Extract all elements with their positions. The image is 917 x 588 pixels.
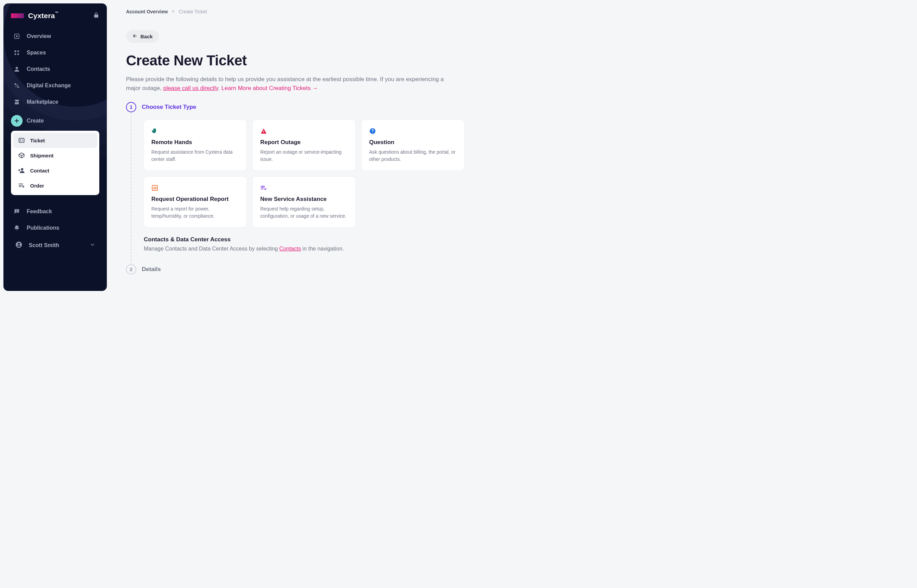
step-1-body: Remote Hands Request assistance from Cyx…	[131, 112, 458, 264]
svg-point-13	[21, 168, 23, 170]
brand-name: Cyxtera™	[28, 11, 58, 20]
sidebar-item-digital-exchange[interactable]: Digital Exchange	[7, 78, 104, 94]
svg-rect-2	[15, 50, 16, 52]
brand-row: Cyxtera™	[3, 10, 107, 27]
svg-rect-9	[19, 138, 24, 142]
user-menu[interactable]: Scott Smith	[7, 236, 104, 255]
sidebar-item-label: Contacts	[27, 66, 50, 72]
card-report-outage[interactable]: Report Outage Report an outage or servic…	[253, 120, 356, 170]
sidebar-item-label: Publications	[27, 225, 59, 231]
sidebar-item-feedback[interactable]: Feedback	[7, 203, 104, 220]
back-button-label: Back	[141, 34, 153, 39]
sidebar-item-overview[interactable]: Overview	[7, 28, 104, 45]
hand-wave-icon	[151, 127, 239, 136]
chevron-right-icon	[171, 9, 175, 15]
nav-list: Overview Spaces Contacts Digital Exchang…	[3, 27, 107, 256]
sidebar-item-label: Feedback	[27, 208, 52, 215]
sidebar-item-spaces[interactable]: Spaces	[7, 45, 104, 61]
card-title: Remote Hands	[151, 139, 239, 146]
step-2-number: 2	[126, 264, 136, 275]
intro-text: Please provide the following details to …	[126, 75, 448, 93]
svg-point-4	[15, 53, 16, 55]
card-remote-hands[interactable]: Remote Hands Request assistance from Cyx…	[144, 120, 247, 170]
sidebar: Cyxtera™ Overview Spaces Contacts	[3, 3, 107, 291]
svg-rect-10	[20, 140, 21, 141]
step-2-label: Details	[142, 266, 161, 273]
feedback-icon	[13, 208, 21, 215]
target-icon	[13, 33, 21, 40]
card-new-service-assistance[interactable]: New Service Assistance Request help rega…	[253, 177, 356, 227]
svg-rect-18	[263, 131, 264, 132]
contacts-access-section: Contacts & Data Center Access Manage Con…	[144, 236, 458, 252]
submenu-item-order[interactable]: Order	[13, 178, 97, 193]
submenu-item-label: Contact	[30, 168, 49, 173]
svg-point-21	[372, 132, 373, 132]
package-icon	[18, 152, 25, 159]
svg-point-5	[18, 53, 19, 55]
sidebar-item-label: Marketplace	[27, 99, 58, 105]
svg-point-6	[16, 67, 18, 69]
card-question[interactable]: Question Ask questions about billing, th…	[362, 120, 458, 170]
svg-rect-12	[22, 140, 23, 141]
breadcrumb-parent[interactable]: Account Overview	[126, 9, 168, 15]
store-icon	[13, 99, 21, 105]
svg-point-8	[18, 86, 19, 88]
grid-dots-icon	[13, 49, 21, 56]
card-desc: Request help regarding setup, configurat…	[260, 205, 348, 220]
person-add-icon	[18, 167, 25, 174]
sidebar-item-label: Overview	[27, 33, 51, 39]
submenu-item-contact[interactable]: Contact	[13, 163, 97, 178]
submenu-item-label: Shipment	[30, 153, 53, 158]
nav-bottom: Feedback Publications	[7, 203, 104, 236]
submenu-item-label: Order	[30, 183, 44, 189]
step-2-header: 2 Details	[126, 264, 458, 275]
contacts-link[interactable]: Contacts	[280, 246, 301, 252]
submenu-item-shipment[interactable]: Shipment	[13, 148, 97, 163]
avatar-icon	[15, 241, 23, 250]
playlist-add-icon	[18, 182, 25, 189]
create-submenu: Ticket Shipment Contact Order	[11, 131, 99, 195]
card-title: Question	[369, 139, 457, 146]
sidebar-item-create[interactable]: Create	[7, 110, 104, 131]
contacts-access-title: Contacts & Data Center Access	[144, 236, 458, 243]
brand[interactable]: Cyxtera™	[11, 11, 58, 20]
page-title: Create New Ticket	[126, 52, 458, 69]
card-desc: Request assistance from Cyxtera data cen…	[151, 149, 239, 163]
submenu-item-ticket[interactable]: Ticket	[13, 133, 97, 148]
exchange-icon	[13, 82, 21, 89]
svg-rect-15	[16, 212, 17, 212]
svg-rect-11	[20, 141, 21, 141]
sidebar-item-label: Create	[27, 118, 44, 124]
step-1-header: 1 Choose Ticket Type	[126, 102, 458, 112]
brand-mark-icon	[11, 13, 24, 18]
ticket-icon	[18, 137, 25, 144]
svg-point-1	[16, 36, 18, 37]
user-name: Scott Smith	[29, 242, 59, 249]
contacts-access-text: Manage Contacts and Data Center Access b…	[144, 246, 458, 252]
call-us-link[interactable]: please call us directly	[163, 85, 218, 91]
ticket-type-cards: Remote Hands Request assistance from Cyx…	[144, 120, 458, 227]
arrow-left-icon	[132, 33, 137, 40]
main-content: Account Overview Create Ticket Back Crea…	[114, 0, 458, 294]
back-button[interactable]: Back	[126, 30, 159, 43]
chevron-down-icon	[90, 242, 95, 249]
sidebar-item-label: Spaces	[27, 50, 46, 56]
sidebar-item-contacts[interactable]: Contacts	[7, 61, 104, 78]
card-title: Request Operational Report	[151, 196, 239, 203]
person-icon	[13, 66, 21, 73]
playlist-check-icon	[260, 183, 348, 192]
card-desc: Ask questions about billing, the portal,…	[369, 149, 457, 163]
steps: 1 Choose Ticket Type Remote Hands Reques…	[126, 102, 458, 275]
bell-icon	[13, 225, 21, 231]
sidebar-item-marketplace[interactable]: Marketplace	[7, 94, 104, 110]
card-title: Report Outage	[260, 139, 348, 146]
lock-icon[interactable]	[93, 12, 99, 19]
breadcrumb-current: Create Ticket	[179, 9, 207, 15]
sidebar-item-publications[interactable]: Publications	[7, 220, 104, 236]
learn-more-link[interactable]: Learn More about Creating Tickets →	[221, 85, 318, 91]
question-circle-icon	[369, 127, 457, 136]
card-operational-report[interactable]: Request Operational Report Request a rep…	[144, 177, 247, 227]
card-desc: Request a report for power, temp/humidit…	[151, 205, 239, 220]
plus-icon	[11, 115, 23, 127]
card-desc: Report an outage or service-impacting is…	[260, 149, 348, 163]
